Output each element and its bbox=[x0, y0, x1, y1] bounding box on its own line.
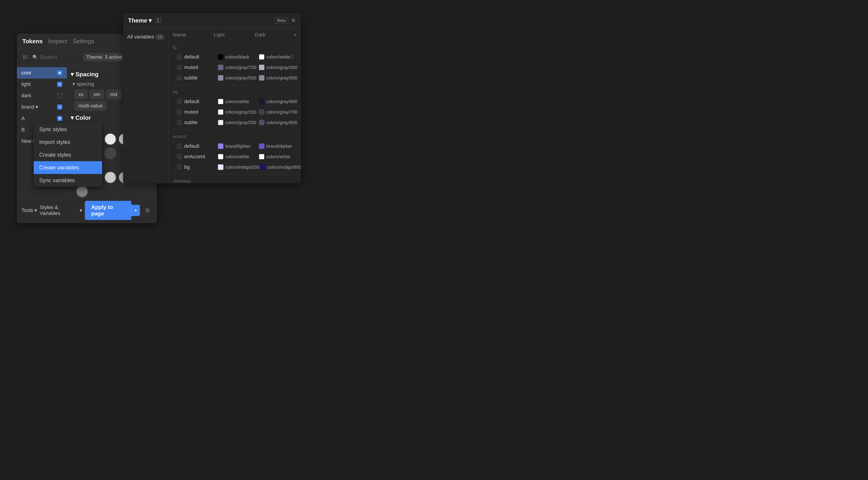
tab-inspect[interactable]: Inspect bbox=[48, 38, 67, 45]
var-light-fg-subtle[interactable]: colors/gray/500 bbox=[218, 75, 259, 80]
apply-to-page-button[interactable]: Apply to page bbox=[85, 201, 131, 220]
set-name-a: A bbox=[22, 115, 55, 122]
theme-selector[interactable]: Theme: 3 active ▾ bbox=[83, 53, 129, 62]
set-checkbox-core[interactable] bbox=[57, 70, 62, 75]
tools-button[interactable]: Tools ▾ bbox=[22, 207, 37, 213]
swatch-gray6[interactable] bbox=[104, 147, 116, 159]
menu-item-import-styles[interactable]: Import styles bbox=[34, 136, 102, 148]
set-item-a[interactable]: A bbox=[17, 113, 67, 124]
set-item-brand[interactable]: brand ▾ bbox=[17, 101, 67, 113]
group-shadows: shadows ⊙ default colors/gray/900 000000 bbox=[169, 175, 301, 183]
svg-rect-3 bbox=[25, 58, 28, 59]
set-checkbox-brand[interactable] bbox=[57, 104, 62, 109]
var-icon-fg-muted: ⊙ bbox=[177, 65, 182, 70]
spacing-sub-label: spacing bbox=[77, 81, 94, 87]
ref-bg-muted-light: colors/gray/100 bbox=[225, 109, 256, 115]
ref-accent-onaccent-dark: colors/white bbox=[266, 154, 290, 160]
pill-xs[interactable]: xs bbox=[74, 90, 88, 99]
tools-label: Tools bbox=[22, 207, 33, 213]
swatch-gray1[interactable] bbox=[104, 133, 116, 145]
ref-fg-subtle-dark: colors/gray/500 bbox=[266, 75, 298, 80]
ref-fg-default-light: colors/black bbox=[225, 55, 249, 60]
theme-panel-body: All variables 10 Name Light Dark + fg ⊙ … bbox=[123, 29, 301, 183]
svg-point-4 bbox=[59, 72, 61, 74]
swatch-gray-600[interactable] bbox=[76, 185, 88, 197]
styles-variables-button[interactable]: Styles & Variables ▾ bbox=[40, 204, 82, 216]
var-name-fg-subtle: ⊙ subtle bbox=[177, 75, 218, 81]
pill-sm[interactable]: sm bbox=[89, 90, 104, 99]
set-item-light[interactable]: light bbox=[17, 78, 67, 90]
tab-settings[interactable]: Settings bbox=[73, 38, 94, 45]
var-icon-fg-subtle: ⊙ bbox=[177, 75, 182, 80]
var-dark-bg-default[interactable]: colors/gray/900 bbox=[259, 99, 298, 104]
var-dark-fg-subtle[interactable]: colors/gray/500 bbox=[259, 75, 298, 80]
gear-button[interactable]: ⚙ bbox=[143, 205, 152, 215]
var-row-bg-subtle: ⊙ subtle colors/gray/200 colors/gray/600 bbox=[173, 117, 297, 128]
var-row-accent-onaccent: ⊙ onAccent colors/white colors/white bbox=[173, 151, 297, 162]
menu-item-create-variables[interactable]: Create variables bbox=[34, 161, 102, 174]
var-dark-bg-subtle[interactable]: colors/gray/600 bbox=[259, 120, 298, 125]
beta-badge: Beta bbox=[275, 18, 288, 24]
var-row-bg-default: ⊙ default colors/white colors/gray/900 bbox=[173, 96, 297, 107]
swatch-gray-300[interactable] bbox=[104, 171, 116, 183]
variables-sidebar: All variables 10 bbox=[123, 29, 169, 183]
var-dark-fg-muted[interactable]: colors/gray/300 bbox=[259, 65, 298, 70]
svg-point-6 bbox=[59, 117, 61, 119]
apply-button-group: Apply to page ▾ bbox=[85, 201, 140, 220]
var-dark-accent-default[interactable]: brand/darker bbox=[259, 143, 293, 149]
var-light-fg-default[interactable]: colors/black bbox=[218, 54, 259, 60]
ref-bg-default-light: colors/white bbox=[225, 99, 249, 104]
ref-bg-subtle-light: colors/gray/200 bbox=[225, 120, 256, 125]
var-dark-bg-muted[interactable]: colors/gray/700 bbox=[259, 109, 298, 115]
var-row-actions-fg-default[interactable]: ⇅ bbox=[290, 54, 294, 60]
set-name-core: core bbox=[22, 70, 55, 76]
var-light-accent-bg[interactable]: colors/indigo/200 bbox=[218, 164, 259, 170]
var-light-accent-default[interactable]: brand/lighter bbox=[218, 143, 259, 149]
swatch-accent-bg-light bbox=[218, 164, 223, 170]
swatch-accent-onaccent-light bbox=[218, 154, 223, 160]
set-checkbox-dark[interactable] bbox=[57, 93, 62, 98]
var-light-bg-default[interactable]: colors/white bbox=[218, 99, 259, 104]
ref-accent-onaccent-light: colors/white bbox=[225, 154, 249, 160]
svg-rect-8 bbox=[158, 18, 161, 23]
var-dark-fg-default[interactable]: colors/white bbox=[259, 54, 290, 60]
apply-dropdown-button[interactable]: ▾ bbox=[131, 205, 140, 216]
all-variables-label: All variables bbox=[127, 34, 154, 40]
menu-item-create-styles[interactable]: Create styles bbox=[34, 148, 102, 161]
pill-multivalue[interactable]: multi-value bbox=[74, 101, 107, 111]
set-item-dark[interactable]: dark bbox=[17, 90, 67, 101]
set-checkbox-light[interactable] bbox=[57, 82, 62, 87]
menu-item-sync-styles[interactable]: Sync styles bbox=[34, 123, 102, 136]
sidebar-toggle-icon[interactable] bbox=[22, 53, 30, 61]
theme-title[interactable]: Theme ▾ bbox=[128, 17, 152, 24]
var-row-bg-muted: ⊙ muted colors/gray/100 colors/gray/700 bbox=[173, 107, 297, 117]
var-light-fg-muted[interactable]: colors/gray/700 bbox=[218, 65, 259, 70]
swatch-fg-muted-light bbox=[218, 65, 223, 70]
color-label: Color bbox=[75, 114, 91, 122]
swatch-fg-default-light bbox=[218, 54, 223, 60]
search-input[interactable]: Search bbox=[40, 54, 57, 60]
tab-tokens[interactable]: Tokens bbox=[22, 38, 43, 45]
menu-item-sync-variables[interactable]: Sync variables bbox=[34, 174, 102, 187]
set-checkbox-a[interactable] bbox=[57, 116, 62, 121]
svg-rect-7 bbox=[156, 18, 158, 23]
var-icon-accent-bg: ⊙ bbox=[177, 165, 182, 170]
pill-md[interactable]: md bbox=[106, 90, 121, 99]
set-item-core[interactable]: core bbox=[17, 67, 67, 78]
var-light-bg-muted[interactable]: colors/gray/100 bbox=[218, 109, 259, 115]
ref-bg-default-dark: colors/gray/900 bbox=[266, 99, 298, 104]
layout-icon-button[interactable] bbox=[154, 16, 162, 25]
all-variables-item[interactable]: All variables 10 bbox=[123, 31, 168, 43]
set-name-brand: brand ▾ bbox=[22, 104, 55, 110]
var-name-accent-onaccent: ⊙ onAccent bbox=[177, 154, 218, 160]
var-dark-accent-onaccent[interactable]: colors/white bbox=[259, 154, 293, 160]
var-light-bg-subtle[interactable]: colors/gray/200 bbox=[218, 120, 259, 125]
var-icon-bg-default: ⊙ bbox=[177, 99, 182, 104]
var-dark-accent-bg[interactable]: colors/indigo/800 bbox=[259, 164, 301, 170]
table-header: Name Light Dark + bbox=[169, 29, 301, 41]
swatch-bg-default-light bbox=[218, 99, 223, 104]
add-column-button[interactable]: + bbox=[293, 32, 297, 38]
close-button[interactable]: ✕ bbox=[291, 17, 296, 24]
group-label-shadows: shadows bbox=[173, 178, 297, 183]
var-light-accent-onaccent[interactable]: colors/white bbox=[218, 154, 259, 160]
